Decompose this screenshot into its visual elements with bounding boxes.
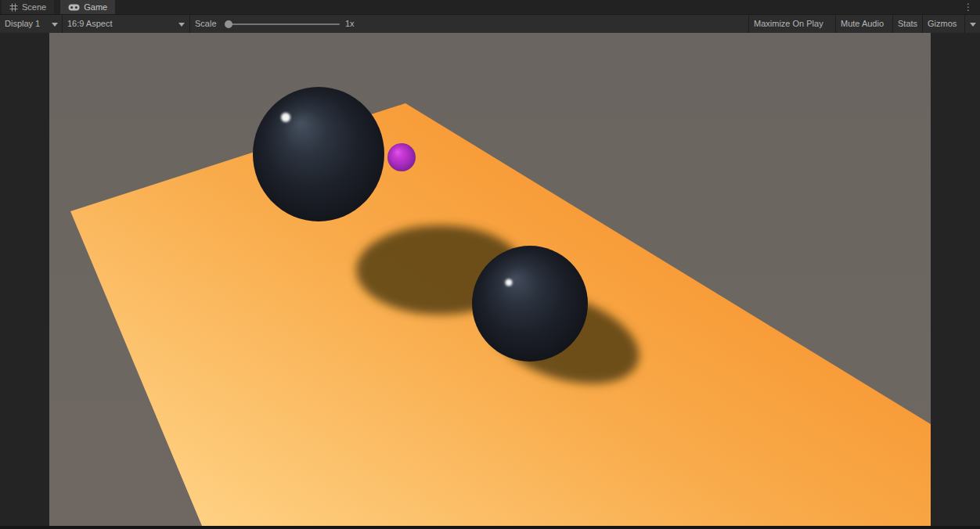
mute-audio-button[interactable]: Mute Audio	[841, 15, 884, 33]
display-dropdown[interactable]: Display 1	[5, 15, 61, 33]
tab-scene-label: Scene	[22, 2, 46, 12]
scale-value: 1x	[345, 15, 355, 33]
large-sphere-specular-highlight	[281, 113, 290, 122]
chevron-down-icon	[52, 23, 58, 27]
aspect-dropdown[interactable]: 16:9 Aspect	[67, 15, 186, 33]
maximize-on-play-button[interactable]: Maximize On Play	[754, 15, 823, 33]
small-sphere-specular-highlight	[505, 279, 512, 286]
display-dropdown-label: Display 1	[5, 19, 40, 28]
toolbar-divider	[748, 15, 749, 33]
chevron-down-icon[interactable]	[970, 23, 976, 27]
toolbar-divider	[922, 15, 923, 33]
magenta-sphere	[387, 143, 416, 171]
game-view-content	[0, 33, 980, 526]
gizmos-dropdown[interactable]: Gizmos	[928, 15, 957, 33]
gamepad-icon	[68, 4, 80, 11]
letterbox-left	[0, 33, 49, 526]
small-dark-sphere	[472, 246, 588, 362]
kebab-menu-icon[interactable]: ⋮	[964, 1, 973, 13]
tab-scene[interactable]: Scene	[2, 0, 54, 14]
toolbar-divider	[835, 15, 836, 33]
window-bottom-edge	[0, 526, 980, 529]
chevron-down-icon	[178, 23, 185, 27]
toolbar-divider	[892, 15, 893, 33]
tab-game[interactable]: Game	[60, 0, 115, 14]
scale-slider-knob[interactable]	[225, 20, 232, 28]
tab-game-label: Game	[84, 2, 107, 12]
toolbar-divider	[964, 15, 965, 33]
toolbar-divider	[189, 15, 190, 33]
stats-button[interactable]: Stats	[898, 15, 917, 33]
grid-icon	[9, 3, 18, 12]
scale-label: Scale	[195, 15, 217, 33]
toolbar-divider	[62, 15, 63, 33]
aspect-dropdown-label: 16:9 Aspect	[67, 19, 113, 28]
tab-strip: Scene Game ⋮	[0, 0, 980, 14]
scale-slider-track[interactable]	[229, 23, 340, 25]
large-dark-sphere	[253, 87, 384, 221]
letterbox-right	[931, 33, 980, 526]
game-render-canvas	[49, 33, 931, 526]
game-view-toolbar: Display 1 16:9 Aspect Scale 1x Maximize …	[0, 14, 980, 33]
